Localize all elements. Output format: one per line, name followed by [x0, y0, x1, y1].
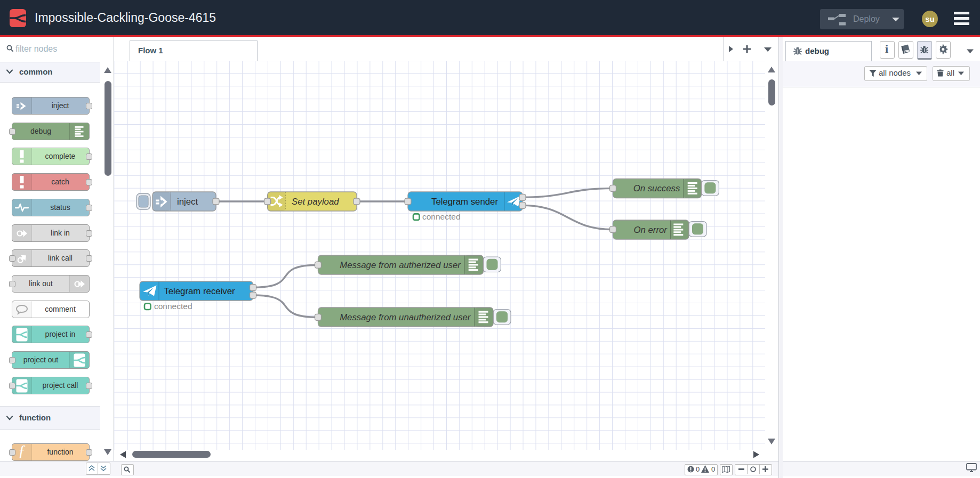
- svg-text:connected: connected: [154, 302, 192, 311]
- svg-text:Telegram sender: Telegram sender: [431, 197, 498, 207]
- svg-text:Message from autherized user: Message from autherized user: [340, 260, 461, 270]
- svg-text:Message from unautherized user: Message from unautherized user: [340, 312, 471, 322]
- svg-text:Telegram receiver: Telegram receiver: [164, 286, 235, 296]
- svg-text:connected: connected: [422, 212, 461, 221]
- svg-text:On error: On error: [633, 225, 668, 235]
- svg-text:On success: On success: [633, 183, 680, 193]
- svg-text:inject: inject: [177, 197, 198, 207]
- svg-text:Set payload: Set payload: [292, 197, 339, 207]
